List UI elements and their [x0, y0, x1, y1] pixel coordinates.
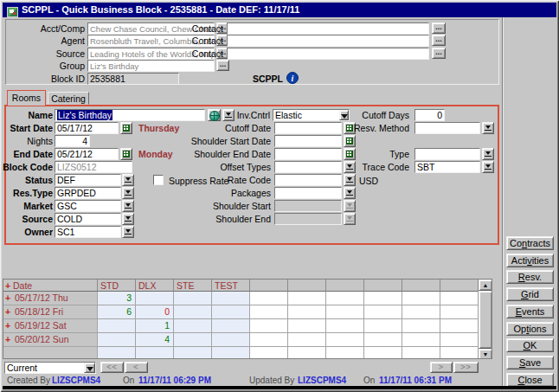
contact-field-2[interactable] [227, 48, 429, 60]
grid-cell[interactable]: 4 [136, 333, 174, 347]
grid-date-cell[interactable]: 05/19/12 Sat [13, 319, 98, 333]
grid-cell[interactable] [212, 347, 250, 359]
grid-cell[interactable] [364, 305, 402, 319]
globe-button[interactable] [208, 109, 221, 121]
grid-cell[interactable] [402, 305, 440, 319]
res-type-field[interactable]: GRPDED [55, 187, 121, 199]
grid-cell[interactable] [212, 305, 250, 319]
action-button-contracts[interactable]: Contracts [506, 236, 554, 250]
source-dropdown-button[interactable] [122, 213, 134, 225]
shoulder-end-date-field[interactable] [274, 148, 342, 160]
type-field[interactable] [414, 148, 480, 160]
shoulder-start-date-field[interactable] [274, 135, 342, 147]
nights-field[interactable]: 4 [55, 135, 90, 147]
titlebar[interactable]: SCPPL - Quick Business Block - 2535881 -… [3, 3, 556, 17]
grid-cell[interactable]: 6 [98, 305, 136, 319]
rate-code-field[interactable] [274, 174, 342, 186]
grid-cell[interactable] [136, 292, 174, 305]
cutoff-days-field[interactable]: 0 [414, 109, 445, 121]
grid-cell[interactable] [288, 305, 326, 319]
lov-ellipsis-button[interactable]: ... [432, 48, 446, 59]
action-button-ok[interactable]: OK [506, 338, 554, 352]
scroll-down-icon[interactable]: ▼ [479, 349, 492, 359]
action-button-save[interactable]: Save [506, 356, 554, 370]
grid-cell[interactable] [402, 292, 440, 305]
last-page-button[interactable]: >> [453, 362, 479, 373]
grid-cell[interactable] [174, 333, 212, 347]
grid-cell[interactable] [326, 292, 364, 305]
scrollbar-thumb[interactable] [479, 291, 492, 349]
grid-cell[interactable]: 3 [98, 292, 136, 305]
grid-cell[interactable] [440, 347, 479, 359]
owner-dropdown-button[interactable] [122, 226, 134, 238]
grid-cell[interactable] [250, 292, 288, 305]
grid-cell[interactable] [250, 305, 288, 319]
grid-cell[interactable] [326, 333, 364, 347]
action-button-activities[interactable]: Activities [506, 254, 554, 267]
grid-cell[interactable] [98, 347, 136, 359]
rate-code-dropdown-button[interactable] [344, 174, 356, 186]
trace-code-dropdown-button[interactable] [482, 161, 494, 173]
prev-page-button[interactable]: < [125, 362, 148, 373]
block-code-field[interactable]: LIZS0512 [55, 161, 132, 173]
header-field-3[interactable]: Liz's Birthday [87, 60, 215, 72]
grid-cell[interactable] [402, 347, 440, 359]
owner-field[interactable]: SC1 [55, 226, 121, 238]
grid-cell[interactable] [364, 292, 402, 305]
resv-method-dropdown-button[interactable] [482, 122, 494, 134]
grid-cell[interactable] [174, 292, 212, 305]
block-id-field[interactable]: 2535881 [87, 73, 179, 85]
grid-cell[interactable]: 0 [136, 305, 174, 319]
grid-cell[interactable] [212, 292, 250, 305]
grid-cell[interactable] [174, 305, 212, 319]
scroll-up-icon[interactable]: ▲ [479, 280, 492, 291]
source-field[interactable]: COLD [55, 213, 121, 225]
next-page-button[interactable]: > [430, 362, 453, 373]
grid-cell[interactable]: 1 [136, 319, 174, 333]
lov-ellipsis-button[interactable]: ... [432, 22, 446, 34]
action-button-grid[interactable]: Grid [506, 287, 554, 301]
grid-cell[interactable] [174, 319, 212, 333]
grid-view-combo[interactable]: Current [4, 362, 96, 374]
packages-dropdown-button[interactable] [344, 187, 356, 199]
status-field[interactable]: DEF [55, 174, 121, 186]
grid-cell[interactable] [136, 347, 174, 359]
contact-field-0[interactable] [227, 22, 429, 35]
market-field[interactable]: GSC [55, 200, 121, 212]
grid-cell[interactable] [402, 319, 440, 333]
shoulder-start-date-calendar-button[interactable] [344, 135, 356, 147]
grid-cell[interactable] [326, 319, 364, 333]
end-date-calendar-button[interactable] [120, 148, 132, 160]
grid-cell[interactable] [288, 347, 326, 359]
packages-field[interactable] [274, 187, 342, 199]
grid-cell[interactable] [98, 319, 136, 333]
tab-catering[interactable]: Catering [48, 92, 89, 105]
name-field[interactable]: Liz's Birthday [55, 109, 205, 121]
action-button-events[interactable]: Events [506, 305, 554, 318]
grid-cell[interactable] [326, 347, 364, 359]
grid-cell[interactable] [440, 292, 479, 305]
offset-types-field[interactable] [274, 161, 342, 173]
grid-cell[interactable] [288, 292, 326, 305]
grid-date-cell[interactable]: 05/18/12 Fri [13, 305, 98, 319]
trace-code-field[interactable]: SBT [414, 161, 480, 173]
info-icon[interactable]: i [286, 72, 299, 84]
type-dropdown-button[interactable] [482, 148, 494, 160]
grid-cell[interactable] [174, 347, 212, 359]
grid-view-combo-arrow-icon[interactable] [84, 363, 95, 373]
action-button-resv[interactable]: Resv. [506, 270, 554, 284]
resv-method-field[interactable] [414, 122, 480, 134]
first-page-button[interactable]: << [100, 362, 124, 373]
grid-cell[interactable] [326, 305, 364, 319]
market-dropdown-button[interactable] [122, 200, 134, 212]
start-date-field[interactable]: 05/17/12 [55, 122, 119, 134]
grid-cell[interactable] [250, 319, 288, 333]
grid-cell[interactable] [98, 333, 136, 347]
grid-cell[interactable] [288, 333, 326, 347]
grid-cell[interactable] [440, 333, 479, 347]
res-type-dropdown-button[interactable] [122, 187, 134, 199]
grid-cell[interactable] [288, 319, 326, 333]
action-button-options[interactable]: Options [506, 322, 554, 336]
grid-cell[interactable] [212, 319, 250, 333]
contact-field-1[interactable] [227, 35, 429, 47]
